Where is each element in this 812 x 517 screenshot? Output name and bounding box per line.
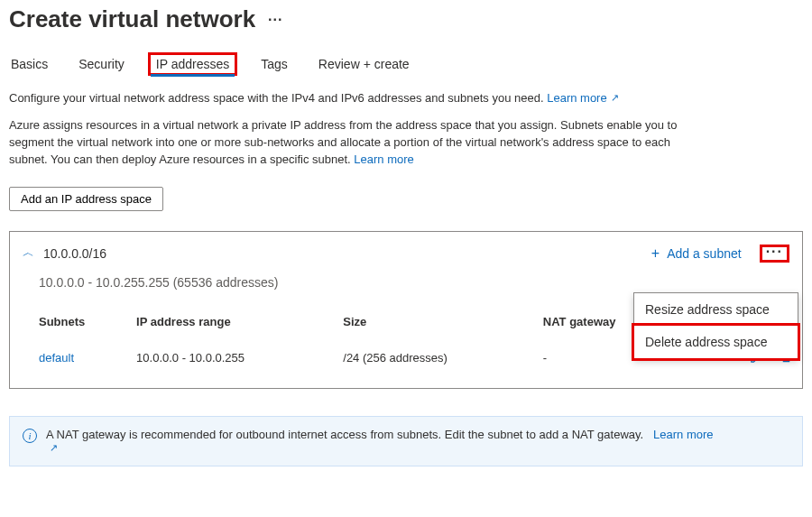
add-subnet-button[interactable]: + Add a subnet <box>651 245 742 262</box>
menu-resize-address-space[interactable]: Resize address space <box>634 293 798 326</box>
context-menu: Resize address space Delete address spac… <box>633 292 798 359</box>
page-title: Create virtual network <box>9 5 255 33</box>
subnet-size: /24 (256 addresses) <box>343 341 543 375</box>
learn-more-link-1[interactable]: Learn more↗ <box>547 91 618 105</box>
learn-more-link-2[interactable]: Learn more <box>354 152 413 166</box>
tab-tags[interactable]: Tags <box>259 53 290 75</box>
info-bar: i A NAT gateway is recommended for outbo… <box>9 416 803 466</box>
info-learn-more-link[interactable]: Learn more <box>650 428 713 441</box>
subnet-range: 10.0.0.0 - 10.0.0.255 <box>136 341 343 375</box>
add-address-space-button[interactable]: Add an IP address space <box>9 187 163 211</box>
collapse-caret-icon[interactable]: ︿ <box>23 245 34 261</box>
tab-ip-addresses[interactable]: IP addresses <box>153 53 232 75</box>
subnet-name-link[interactable]: default <box>39 351 74 365</box>
address-space-cidr: 10.0.0.0/16 <box>43 246 106 261</box>
address-space-more-button[interactable]: ··· <box>760 245 789 263</box>
external-link-icon: ↗ <box>611 92 619 104</box>
external-link-icon: ↗ <box>50 442 58 454</box>
col-ip-range: IP address range <box>136 308 343 341</box>
info-text: A NAT gateway is recommended for outboun… <box>46 428 643 441</box>
info-icon: i <box>23 429 37 443</box>
highlight-box: IP addresses <box>148 52 237 76</box>
col-size: Size <box>343 308 543 341</box>
menu-delete-address-space[interactable]: Delete address space <box>632 323 800 361</box>
tab-security[interactable]: Security <box>77 53 126 75</box>
intro-text-2: Azure assigns resources in a virtual net… <box>9 117 695 187</box>
tab-bar: Basics Security IP addresses Tags Review… <box>9 50 803 88</box>
tab-basics[interactable]: Basics <box>9 53 50 75</box>
title-more-icon[interactable]: ··· <box>268 12 282 28</box>
intro-text-1: Configure your virtual network address s… <box>9 88 803 117</box>
tab-review-create[interactable]: Review + create <box>317 53 411 75</box>
plus-icon: + <box>651 245 660 262</box>
col-subnets: Subnets <box>39 308 136 341</box>
